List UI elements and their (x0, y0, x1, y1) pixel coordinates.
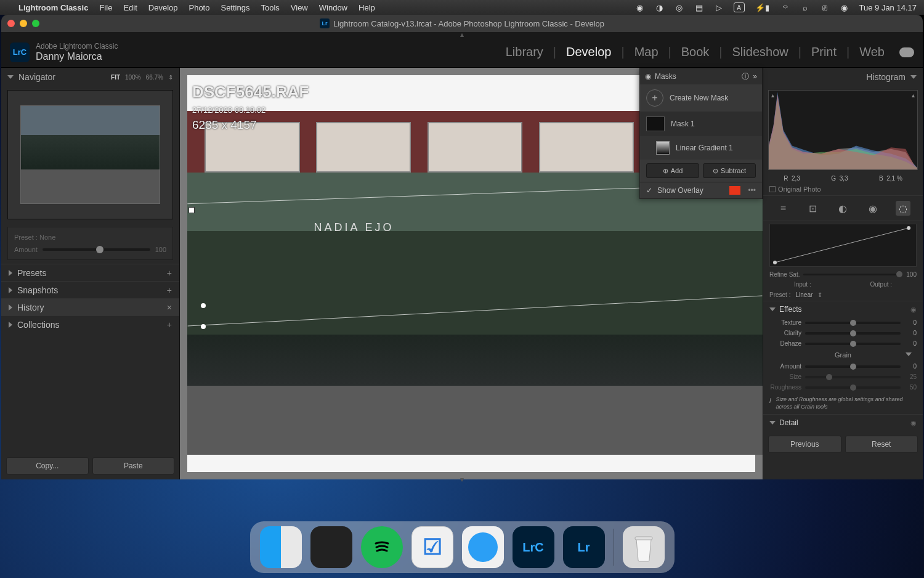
zoom-100[interactable]: 100% (125, 74, 141, 81)
redeye-tool-icon[interactable]: ◉ (865, 201, 880, 216)
menubar-clock[interactable]: Tue 9 Jan 14.17 (859, 3, 917, 12)
heal-tool-icon[interactable]: ◐ (835, 201, 850, 216)
dehaze-slider[interactable] (805, 343, 901, 345)
status-icon[interactable]: ◉ (635, 2, 645, 12)
menu-develop[interactable]: Develop (148, 3, 178, 12)
crop-tool-icon[interactable]: ⊡ (806, 201, 821, 216)
dock-launchpad-icon[interactable] (310, 526, 352, 568)
disclosure-icon[interactable] (906, 352, 912, 356)
menu-file[interactable]: File (99, 3, 112, 12)
more-icon[interactable]: ••• (748, 186, 756, 195)
status-icon[interactable]: ▷ (714, 2, 724, 12)
edit-tool-icon[interactable]: ≡ (776, 201, 790, 216)
texture-value[interactable]: 0 (904, 319, 917, 326)
menu-help[interactable]: Help (359, 3, 375, 12)
clarity-slider[interactable] (805, 332, 901, 335)
copy-button[interactable]: Copy... (6, 457, 89, 474)
siri-icon[interactable]: ◉ (840, 2, 849, 12)
dock-trash-icon[interactable] (623, 526, 665, 568)
original-photo-toggle[interactable]: Original Photo (763, 183, 923, 195)
navigator-preview[interactable] (7, 90, 173, 219)
wifi-icon[interactable]: ⌔ (780, 2, 790, 12)
module-slideshow[interactable]: Slideshow (727, 45, 793, 59)
menu-window[interactable]: Window (319, 3, 347, 12)
collapse-icon[interactable]: » (753, 72, 757, 81)
texture-slider[interactable] (805, 322, 901, 324)
add-snapshot-icon[interactable]: + (167, 285, 172, 295)
module-map[interactable]: Map (630, 45, 663, 59)
module-book[interactable]: Book (676, 45, 715, 59)
info-icon[interactable]: ⓘ (742, 71, 749, 82)
overlay-color-swatch[interactable] (729, 186, 740, 195)
filmstrip-toggle-icon[interactable]: ▾ (0, 475, 924, 482)
snapshots-section[interactable]: Snapshots+ (1, 281, 179, 298)
create-mask-row[interactable]: + Create New Mask (640, 84, 762, 112)
gradient-line[interactable] (188, 295, 763, 326)
dock-lightroom-icon[interactable]: Lr (563, 526, 605, 568)
window-titlebar[interactable]: Lr Lightroom Catalog-v13.lrcat - Adobe P… (1, 15, 923, 32)
refine-sat-slider[interactable] (803, 274, 902, 275)
add-collection-icon[interactable]: + (167, 320, 172, 330)
zoom-custom[interactable]: 66.7% (146, 74, 163, 81)
menu-edit[interactable]: Edit (123, 3, 137, 12)
status-icon[interactable]: ▤ (694, 2, 704, 12)
zoom-fit[interactable]: FIT (111, 74, 120, 81)
gradient-handle[interactable] (188, 207, 195, 213)
show-overlay-checkbox[interactable]: ✓ (646, 186, 652, 195)
clear-history-icon[interactable]: × (167, 303, 172, 312)
app-name[interactable]: Lightroom Classic (18, 3, 88, 12)
paste-button[interactable]: Paste (92, 457, 175, 474)
highlight-clip-icon[interactable]: ▴ (912, 92, 915, 99)
grain-size-slider[interactable] (805, 376, 901, 378)
module-web[interactable]: Web (854, 45, 890, 59)
status-icon[interactable]: A (734, 2, 745, 12)
history-section[interactable]: History× (1, 298, 179, 315)
dropdown-icon[interactable]: ⇕ (817, 291, 822, 298)
dock-lightroom-classic-icon[interactable]: LrC (513, 526, 554, 568)
grain-roughness-slider[interactable] (805, 386, 901, 389)
eye-icon[interactable]: ◉ (910, 419, 917, 427)
eye-icon[interactable]: ◉ (910, 306, 917, 314)
histogram-chart[interactable]: ▴ ▴ (768, 90, 918, 170)
menu-settings[interactable]: Settings (221, 3, 249, 12)
add-preset-icon[interactable]: + (167, 268, 172, 278)
collections-section[interactable]: Collections+ (1, 315, 179, 333)
subtract-from-mask-button[interactable]: ⊖Subtract (703, 163, 756, 178)
control-center-icon[interactable]: ⎚ (820, 2, 830, 12)
gradient-pin[interactable] (201, 303, 206, 308)
detail-header[interactable]: Detail◉ (763, 414, 923, 431)
status-icon[interactable]: ◑ (655, 2, 665, 12)
effects-header[interactable]: Effects◉ (763, 301, 923, 317)
zoom-stepper-icon[interactable]: ⇕ (168, 74, 173, 81)
histogram-header[interactable]: Histogram (763, 68, 923, 86)
dehaze-value[interactable]: 0 (904, 340, 917, 347)
shadow-clip-icon[interactable]: ▴ (771, 92, 774, 99)
battery-icon[interactable]: ⚡▮ (755, 2, 771, 12)
module-develop[interactable]: Develop (561, 45, 616, 59)
dock-safari-icon[interactable] (462, 526, 504, 568)
presets-section[interactable]: Presets+ (1, 264, 179, 281)
mask-component[interactable]: Linear Gradient 1 (640, 136, 762, 160)
gradient-pin[interactable] (201, 324, 206, 329)
add-mask-button[interactable]: + (646, 89, 663, 107)
tone-curve[interactable] (769, 224, 917, 267)
grain-amount-slider[interactable] (805, 365, 901, 368)
add-to-mask-button[interactable]: ⊕Add (646, 163, 699, 178)
eye-icon[interactable]: ◉ (645, 72, 651, 81)
previous-button[interactable]: Previous (768, 436, 841, 453)
module-print[interactable]: Print (806, 45, 841, 59)
mask-item[interactable]: Mask 1 (640, 112, 762, 136)
checkbox-icon[interactable] (769, 186, 776, 192)
navigator-header[interactable]: Navigator FIT 100% 66.7% ⇕ (1, 68, 179, 86)
image-canvas[interactable]: NADIA EJO DSCF5645.RAF 27/12/2023 03.18.… (180, 68, 763, 479)
clarity-value[interactable]: 0 (904, 330, 917, 336)
cloud-sync-icon[interactable] (899, 47, 914, 57)
menu-view[interactable]: View (291, 3, 308, 12)
masks-panel[interactable]: ◉ Masks ⓘ » + Create New Mask Mask 1 Lin… (639, 68, 763, 199)
menu-tools[interactable]: Tools (261, 3, 279, 12)
module-library[interactable]: Library (501, 45, 548, 59)
curve-preset-value[interactable]: Linear (795, 291, 813, 298)
dock-things-icon[interactable]: ☑ (411, 526, 453, 568)
dock-spotify-icon[interactable] (361, 526, 403, 568)
amount-slider[interactable] (43, 248, 150, 251)
